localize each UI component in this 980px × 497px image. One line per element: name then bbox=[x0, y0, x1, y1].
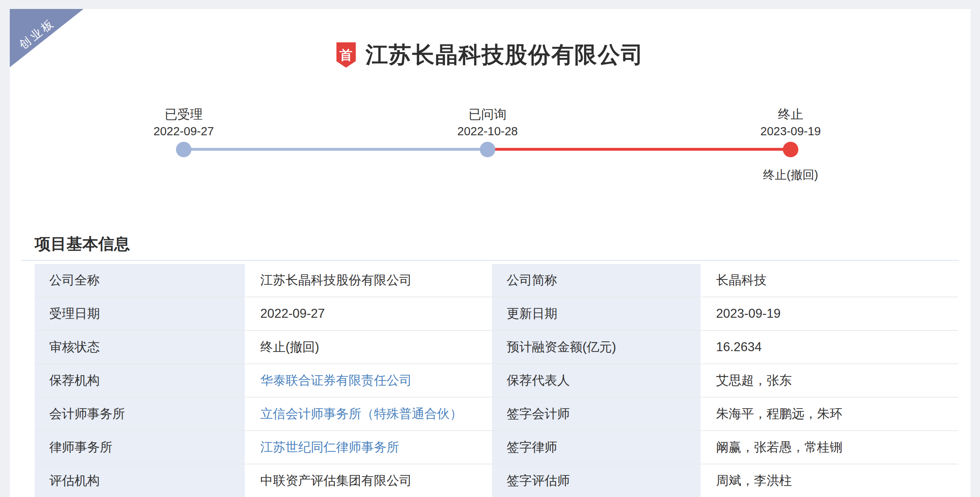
table-value-text: 长晶科技 bbox=[716, 272, 767, 289]
table-value-text: 周斌，李洪柱 bbox=[716, 472, 792, 489]
table-label-cell: 保荐代表人 bbox=[492, 364, 702, 398]
table-value-cell: 长晶科技 bbox=[702, 264, 959, 297]
table-label-cell: 公司简称 bbox=[492, 264, 702, 297]
table-value-cell: 终止(撤回) bbox=[246, 331, 492, 364]
timeline-node-status: 已问询 bbox=[406, 106, 569, 123]
table-label-cell: 审核状态 bbox=[35, 331, 246, 364]
table-value-text: 艾思超，张东 bbox=[716, 372, 792, 389]
table-value-cell: 立信会计师事务所（特殊普通合伙） bbox=[246, 398, 492, 431]
timeline-segment-blue bbox=[184, 148, 488, 151]
table-label-cell: 保荐机构 bbox=[35, 364, 246, 398]
table-value-cell: 16.2634 bbox=[702, 331, 959, 364]
table-label-cell: 签字律师 bbox=[492, 431, 702, 464]
section-title-basic-info: 项目基本信息 bbox=[35, 233, 130, 255]
table-value-text: 终止(撤回) bbox=[260, 339, 319, 356]
table-label-cell: 评估机构 bbox=[35, 464, 246, 497]
timeline-node-status: 终止 bbox=[709, 106, 872, 123]
table-value-cell: 江苏长晶科技股份有限公司 bbox=[246, 264, 492, 297]
table-label-cell: 签字评估师 bbox=[492, 464, 702, 497]
table-value-link[interactable]: 江苏世纪同仁律师事务所 bbox=[260, 439, 399, 456]
table-value-text: 阚赢，张若愚，常桂铏 bbox=[716, 439, 842, 456]
table-label-cell: 预计融资金额(亿元) bbox=[492, 331, 702, 364]
timeline-node-sublabel: 终止(撤回) bbox=[709, 167, 872, 183]
table-value-cell: 中联资产评估集团有限公司 bbox=[246, 464, 492, 497]
timeline-node-date: 2022-09-27 bbox=[102, 125, 265, 138]
timeline-node-dot-icon bbox=[176, 142, 191, 157]
table-value-cell: 艾思超，张东 bbox=[702, 364, 959, 398]
table-value-text: 16.2634 bbox=[716, 340, 762, 354]
table-value-cell: 阚赢，张若愚，常桂铏 bbox=[702, 431, 959, 464]
table-value-cell: 江苏世纪同仁律师事务所 bbox=[246, 431, 492, 464]
table-value-text: 中联资产评估集团有限公司 bbox=[260, 472, 412, 489]
timeline-node-dot-icon bbox=[783, 142, 798, 157]
table-label-cell: 签字会计师 bbox=[492, 398, 702, 431]
project-card: 创业板 首 江苏长晶科技股份有限公司 已受理 2022-09-27 已问询 20… bbox=[10, 9, 971, 497]
timeline-node-dot-icon bbox=[480, 142, 495, 157]
table-value-cell: 2022-09-27 bbox=[246, 297, 492, 331]
table-value-text: 江苏长晶科技股份有限公司 bbox=[260, 272, 412, 289]
timeline-node-date: 2023-09-19 bbox=[709, 125, 872, 138]
table-value-link[interactable]: 立信会计师事务所（特殊普通合伙） bbox=[260, 405, 462, 422]
table-value-text: 2022-09-27 bbox=[260, 306, 325, 321]
table-value-cell: 2023-09-19 bbox=[702, 297, 959, 331]
project-basic-info-table: 公司全称 江苏长晶科技股份有限公司 公司简称 长晶科技 受理日期 2022-09… bbox=[35, 264, 959, 497]
table-value-text: 朱海平，程鹏远，朱环 bbox=[716, 405, 842, 422]
table-label-cell: 会计师事务所 bbox=[35, 398, 246, 431]
table-top-divider bbox=[21, 260, 959, 261]
timeline-node-date: 2022-10-28 bbox=[406, 125, 569, 138]
timeline-node-status: 已受理 bbox=[102, 106, 265, 123]
page-background: { "ribbon": { "label": "创业板" }, "header"… bbox=[0, 0, 980, 497]
table-value-text: 2023-09-19 bbox=[716, 306, 781, 321]
table-value-cell: 周斌，李洪柱 bbox=[702, 464, 959, 497]
table-value-cell: 朱海平，程鹏远，朱环 bbox=[702, 398, 959, 431]
review-status-timeline: 已受理 2022-09-27 已问询 2022-10-28 终止 2023-09… bbox=[10, 9, 971, 196]
table-label-cell: 更新日期 bbox=[492, 297, 702, 331]
table-label-cell: 律师事务所 bbox=[35, 431, 246, 464]
table-value-cell: 华泰联合证券有限责任公司 bbox=[246, 364, 492, 398]
table-value-link[interactable]: 华泰联合证券有限责任公司 bbox=[260, 372, 412, 389]
table-label-cell: 公司全称 bbox=[35, 264, 246, 297]
timeline-segment-red bbox=[488, 148, 791, 151]
table-label-cell: 受理日期 bbox=[35, 297, 246, 331]
